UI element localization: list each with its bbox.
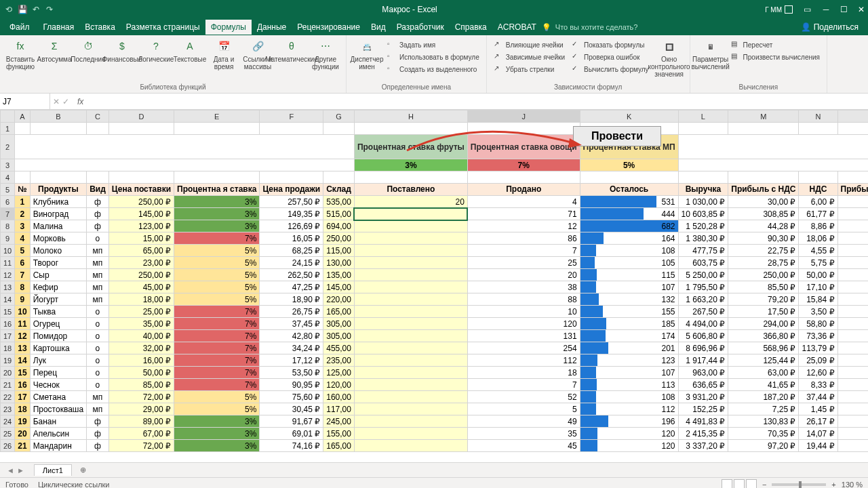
view-buttons[interactable] xyxy=(720,479,757,489)
calc-options-button[interactable]: 🖩Параметры вычислений xyxy=(694,38,727,72)
supplied-cell[interactable] xyxy=(354,391,467,403)
ribbon-btn[interactable]: 📅Дата и время xyxy=(208,38,240,72)
ribbon-item[interactable]: ▫Задать имя xyxy=(384,39,482,50)
col-header[interactable]: E xyxy=(174,110,260,123)
title-bar: ⟲ 💾 ↶ ↷ Макрос - Excel Г ММ ▭ ─ ☐ ✕ xyxy=(0,0,868,19)
tab-layout[interactable]: Разметка страницы xyxy=(121,20,205,35)
ribbon-btn[interactable]: ⋯Другие функции xyxy=(309,38,342,72)
add-sheet-button[interactable]: ⊕ xyxy=(75,464,92,476)
supplied-cell[interactable] xyxy=(354,245,467,257)
col-header[interactable]: K xyxy=(580,110,678,123)
ribbon-btn[interactable]: fxВставить функцию xyxy=(4,38,37,72)
name-box[interactable]: J7 xyxy=(0,94,50,109)
ribbon-options-icon[interactable]: ▭ xyxy=(804,5,811,14)
rate-value-veg[interactable]: 7% xyxy=(467,159,580,171)
ribbon-btn[interactable]: $Финансовые xyxy=(106,38,138,64)
supplied-cell[interactable] xyxy=(354,428,467,440)
col-header[interactable]: F xyxy=(260,110,323,123)
watch-window-button[interactable]: 🔲Окно контрольного значения xyxy=(653,38,686,79)
zoom-in-icon[interactable]: + xyxy=(831,481,835,489)
share-button[interactable]: 👤Поделиться xyxy=(795,22,864,32)
supplied-cell[interactable] xyxy=(354,269,467,281)
supplied-cell[interactable] xyxy=(354,415,467,428)
ribbon-item[interactable]: ↗Зависимые ячейки xyxy=(491,52,568,62)
supplied-cell[interactable] xyxy=(354,208,467,220)
supplied-cell[interactable] xyxy=(354,220,467,232)
ribbon-item[interactable]: ▫Создать из выделенного xyxy=(384,64,482,75)
sheet-tab-1[interactable]: Лист1 xyxy=(34,464,72,476)
close-icon[interactable]: ✕ xyxy=(857,5,865,14)
tab-file[interactable]: Файл xyxy=(4,20,38,35)
supplied-cell[interactable] xyxy=(354,306,467,318)
tab-acrobat[interactable]: ACROBAT xyxy=(492,20,542,35)
supplied-cell[interactable] xyxy=(354,403,467,415)
ribbon-btn[interactable]: ?Логические xyxy=(140,38,172,64)
undo-icon[interactable]: ↶ xyxy=(31,5,41,14)
enter-fx-icon[interactable]: ✓ xyxy=(62,97,69,106)
tab-review[interactable]: Рецензирование xyxy=(292,20,366,35)
col-header[interactable]: D xyxy=(108,110,174,123)
col-header[interactable]: J xyxy=(467,110,580,123)
ribbon-item[interactable]: ▫Использовать в формуле xyxy=(384,52,482,62)
rate-value-mp[interactable]: 5% xyxy=(580,159,678,171)
supplied-cell[interactable] xyxy=(354,318,467,330)
ribbon-item[interactable]: ↗Влияющие ячейки xyxy=(491,39,568,50)
col-header[interactable]: C xyxy=(87,110,109,123)
ribbon-btn[interactable]: 🔗Ссылки и массивы xyxy=(241,38,274,72)
tab-data[interactable]: Данные xyxy=(252,20,292,35)
ribbon-btn[interactable]: ⏱Последние xyxy=(72,38,104,64)
ribbon-btn[interactable]: θМатематические xyxy=(275,38,308,64)
spreadsheet-grid[interactable]: Провести ABCDEFGHJKLMNOPQR12 Процентная … xyxy=(0,110,868,462)
tell-me[interactable]: 💡Что вы хотите сделать? xyxy=(542,23,638,32)
supplied-cell[interactable] xyxy=(354,440,467,452)
table-row: 21 16 Чеснок о 85,00 ₽ 7% 90,95 ₽ 120,00… xyxy=(1,379,869,391)
tab-formulas[interactable]: Формулы xyxy=(205,20,252,35)
col-header[interactable]: N xyxy=(799,110,837,123)
zoom-slider[interactable] xyxy=(772,483,826,486)
supplied-cell[interactable]: 20 xyxy=(354,196,467,208)
col-header[interactable]: H xyxy=(354,110,467,123)
supplied-cell[interactable] xyxy=(354,281,467,293)
ribbon-item[interactable]: ▤Произвести вычисления xyxy=(728,52,823,62)
autosave-icon[interactable]: ⟲ xyxy=(4,5,14,14)
redo-icon[interactable]: ↷ xyxy=(45,5,54,14)
tab-help[interactable]: Справка xyxy=(450,20,492,35)
name-manager-button[interactable]: 📇Диспетчер имен xyxy=(351,38,383,72)
ribbon-item[interactable]: ↗Убрать стрелки xyxy=(491,64,568,75)
rate-value-fruit[interactable]: 3% xyxy=(354,159,467,171)
ribbon-item[interactable]: ✓Показать формулы xyxy=(569,39,652,50)
minimize-icon[interactable]: ─ xyxy=(822,5,830,14)
supplied-cell[interactable] xyxy=(354,342,467,354)
fx-label: fx xyxy=(72,97,89,106)
supplied-cell[interactable] xyxy=(354,367,467,379)
tab-home[interactable]: Главная xyxy=(38,20,80,35)
run-macro-button[interactable]: Провести xyxy=(573,126,661,146)
save-icon[interactable]: 💾 xyxy=(18,5,27,14)
supplied-cell[interactable] xyxy=(354,354,467,367)
supplied-cell[interactable] xyxy=(354,293,467,306)
cancel-fx-icon[interactable]: ✕ xyxy=(53,97,60,106)
supplied-cell[interactable] xyxy=(354,232,467,245)
col-header[interactable]: O xyxy=(837,110,868,123)
col-header[interactable]: B xyxy=(30,110,86,123)
maximize-icon[interactable]: ☐ xyxy=(840,5,848,14)
supplied-cell[interactable] xyxy=(354,330,467,342)
user-avatar[interactable] xyxy=(785,5,793,14)
tab-developer[interactable]: Разработчик xyxy=(391,20,450,35)
supplied-cell[interactable] xyxy=(354,379,467,391)
ribbon-item[interactable]: ▤Пересчет xyxy=(728,39,823,50)
tab-prev-icon[interactable]: ◄ xyxy=(7,466,14,474)
tab-view[interactable]: Вид xyxy=(366,20,391,35)
col-header[interactable]: L xyxy=(678,110,728,123)
ribbon-item[interactable]: ✓Вычислить формулу xyxy=(569,64,652,75)
col-header[interactable]: G xyxy=(323,110,355,123)
ribbon-btn[interactable]: ΣАвтосумма xyxy=(38,38,71,64)
col-header[interactable]: M xyxy=(728,110,799,123)
tab-insert[interactable]: Вставка xyxy=(79,20,121,35)
ribbon-btn[interactable]: AТекстовые xyxy=(174,38,206,64)
zoom-out-icon[interactable]: − xyxy=(762,481,766,489)
col-header[interactable]: A xyxy=(15,110,30,123)
supplied-cell[interactable] xyxy=(354,257,467,269)
tab-next-icon[interactable]: ► xyxy=(17,466,24,474)
ribbon-item[interactable]: ✓Проверка ошибок xyxy=(569,52,652,62)
